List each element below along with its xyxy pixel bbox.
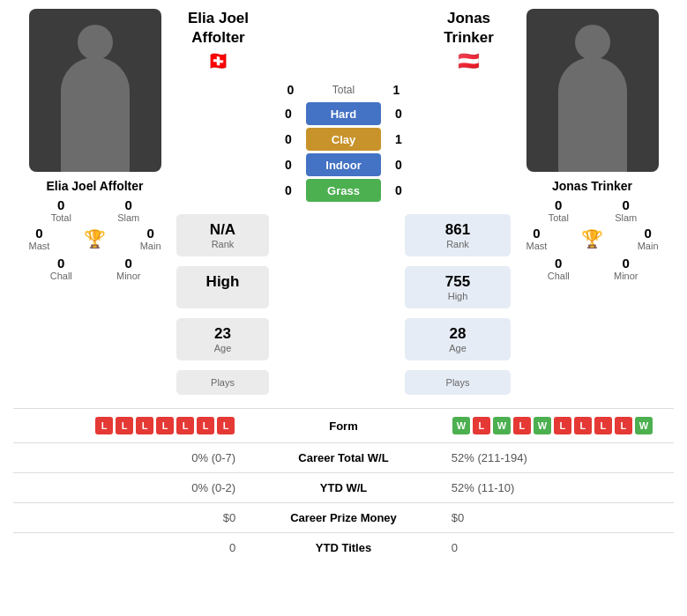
ytd-titles-left: 0 (13, 533, 244, 563)
left-center-name: Elia Joel Affolter (176, 9, 260, 48)
hard-right: 0 (390, 107, 407, 121)
right-slam-stat: 0 Slam (594, 197, 659, 223)
left-minor-label: Minor (96, 271, 161, 281)
right-form-badge-7: L (574, 417, 592, 434)
total-right-score: 1 (388, 83, 406, 97)
left-form-badge-2: L (116, 417, 133, 434)
right-plays-label: Plays (412, 377, 504, 388)
form-right: W L W L W L L L L W (443, 409, 674, 443)
left-player-body (61, 57, 130, 172)
right-mast-label: Mast (526, 241, 548, 251)
career-prize-label: Career Prize Money (244, 503, 443, 533)
right-form-badge-10: W (635, 417, 653, 434)
clay-row: 0 Clay 1 (176, 128, 511, 151)
right-minor-stat: 0 Minor (594, 256, 659, 281)
right-chall-label: Chall (526, 271, 592, 281)
left-stats-grid: 0 Total 0 Slam (29, 197, 161, 223)
right-high-panel: 755 High (405, 266, 511, 308)
right-total-label: Total (526, 212, 592, 223)
left-form-badges: L L L L L L L (22, 417, 235, 434)
left-info-panel: N/A Rank (176, 214, 269, 256)
left-chall-label: Chall (29, 271, 94, 281)
hard-badge: Hard (306, 102, 381, 125)
bottom-stats-table: L L L L L L L Form W L W L W L L (13, 408, 674, 562)
right-info-panel: 861 Rank (405, 214, 511, 256)
indoor-row: 0 Indoor 0 (176, 153, 511, 176)
hard-label: Hard (331, 108, 357, 121)
left-total-value: 0 (29, 197, 94, 212)
career-wl-row: 0% (0-7) Career Total W/L 52% (211-194) (13, 443, 674, 473)
top-row: Elia Joel Affolter 0 Total 0 Slam 0 Mast… (13, 9, 674, 395)
right-main-label: Main (638, 241, 659, 251)
left-age-label: Age (183, 343, 262, 353)
left-form-badge-7: L (217, 417, 235, 434)
left-mast-stat: 0 Mast (29, 226, 50, 251)
grass-row: 0 Grass 0 (176, 179, 511, 202)
left-slam-label: Slam (96, 212, 161, 223)
right-form-badge-6: L (554, 417, 571, 434)
right-rank-label: Rank (412, 239, 504, 249)
left-high-panel: High (176, 266, 269, 308)
hard-left: 0 (280, 107, 297, 121)
right-mast-value: 0 (533, 226, 540, 241)
clay-label: Clay (332, 133, 355, 146)
right-form-badge-5: W (534, 417, 551, 434)
left-minor-stat: 0 Minor (96, 256, 161, 281)
left-player-head (78, 25, 113, 60)
left-stats-grid2: 0 Chall 0 Minor (29, 256, 161, 281)
left-trophy-icon: 🏆 (84, 228, 106, 249)
grass-label: Grass (327, 184, 360, 197)
career-prize-row: $0 Career Prize Money $0 (13, 503, 674, 533)
right-form-badge-4: L (513, 417, 531, 434)
left-main-label: Main (140, 241, 161, 251)
right-form-badges: W L W L W L L L L W (452, 417, 665, 434)
ytd-wl-right: 52% (11-10) (443, 473, 674, 503)
right-minor-value: 0 (594, 256, 659, 271)
right-age-panel: 28 Age (405, 318, 511, 360)
ytd-titles-right: 0 (443, 533, 674, 563)
left-minor-value: 0 (96, 256, 161, 271)
left-age-value: 23 (183, 325, 262, 343)
right-chall-stat: 0 Chall (526, 256, 592, 281)
right-trophy-icon: 🏆 (581, 228, 603, 249)
left-form-badge-1: L (95, 417, 113, 434)
left-age-panel: 23 Age (176, 318, 269, 360)
right-form-badge-3: W (493, 417, 511, 434)
right-stats-grid2: 0 Chall 0 Minor (526, 256, 659, 281)
left-trophy: 🏆 (84, 228, 106, 249)
left-mast-label: Mast (29, 241, 50, 251)
ytd-titles-row: 0 YTD Titles 0 (13, 533, 674, 563)
left-form-badge-6: L (197, 417, 214, 434)
left-slam-stat: 0 Slam (96, 197, 161, 223)
right-stats-grid: 0 Total 0 Slam (526, 197, 659, 223)
left-form-badge-3: L (136, 417, 153, 434)
left-total-label: Total (29, 212, 94, 223)
ytd-wl-left: 0% (0-2) (13, 473, 244, 503)
right-player-name: Jonas Trinker (552, 179, 632, 193)
total-row: 0 Total 1 (176, 83, 511, 97)
right-form-badge-1: W (452, 417, 470, 434)
main-wrapper: Elia Joel Affolter 0 Total 0 Slam 0 Mast… (0, 0, 687, 571)
right-total-value: 0 (526, 197, 592, 212)
career-wl-left: 0% (0-7) (13, 443, 244, 473)
left-rank-value: N/A (183, 221, 262, 239)
right-high-label: High (412, 291, 504, 301)
left-flag: 🇨🇭 (176, 50, 260, 71)
ytd-wl-row: 0% (0-2) YTD W/L 52% (11-10) (13, 473, 674, 503)
right-player-head (575, 25, 610, 60)
indoor-label: Indoor (325, 159, 361, 172)
grass-right: 0 (390, 183, 407, 197)
right-trophy: 🏆 (581, 228, 603, 249)
right-form-badge-9: L (615, 417, 632, 434)
total-left-score: 0 (282, 83, 300, 97)
left-chall-stat: 0 Chall (29, 256, 94, 281)
right-age-value: 28 (412, 325, 504, 343)
left-player-name: Elia Joel Affolter (47, 179, 144, 193)
grass-left: 0 (280, 183, 297, 197)
surfaces-section: 0 Total 1 0 Hard 0 0 Clay (176, 83, 511, 204)
form-row: L L L L L L L Form W L W L W L L (13, 409, 674, 443)
right-total-stat: 0 Total (526, 197, 592, 223)
ytd-titles-label: YTD Titles (244, 533, 443, 563)
left-main-stat: 0 Main (140, 226, 161, 251)
right-form-badge-2: L (473, 417, 490, 434)
